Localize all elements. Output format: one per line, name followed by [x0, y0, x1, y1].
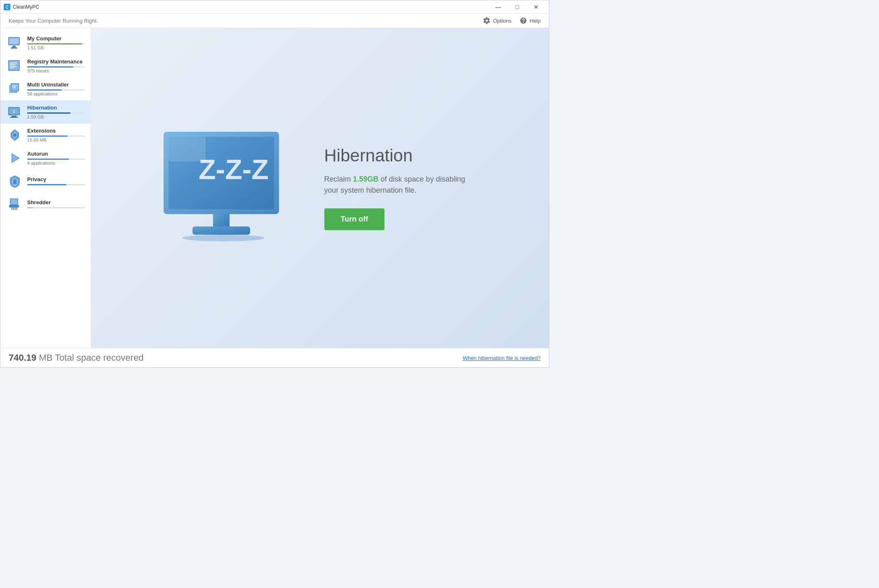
svg-text:z: z [13, 109, 15, 114]
maximize-button[interactable]: □ [508, 0, 527, 14]
svg-point-23 [13, 133, 16, 137]
window-controls: — □ ✕ [489, 0, 546, 14]
svg-rect-39 [213, 214, 230, 226]
sidebar-item-registry[interactable]: Registry Maintenance 375 issues [0, 54, 91, 77]
title-bar: C CleanMyPC — □ ✕ [0, 0, 549, 14]
turn-off-button[interactable]: Turn off [324, 208, 385, 230]
my-computer-bar-container [27, 43, 85, 44]
my-computer-sub: 1.51 GB [27, 45, 85, 50]
uninstaller-icon [7, 82, 22, 96]
registry-label: Registry Maintenance [27, 58, 85, 65]
autorun-icon [7, 151, 22, 166]
options-button[interactable]: Options [483, 17, 511, 24]
registry-icon [7, 58, 22, 73]
hibernation-sub: 1.59 GB [27, 114, 85, 119]
header: Keeps Your Computer Running Right. Optio… [0, 14, 549, 28]
sidebar-item-privacy[interactable]: Privacy [0, 170, 91, 193]
sidebar-item-shredder[interactable]: Shredder [0, 193, 91, 216]
autorun-label: Autorun [27, 151, 85, 157]
close-button[interactable]: ✕ [527, 0, 546, 14]
sidebar-text-uninstaller: Multi Uninstaller 56 applications [27, 82, 85, 96]
hibernation-help-link[interactable]: When hibernation file is needed? [463, 355, 541, 361]
shredder-bar [27, 207, 33, 208]
svg-point-41 [182, 235, 265, 241]
sidebar-text-extensions: Extensions 15.65 MB [27, 128, 85, 142]
info-panel: Hibernation Reclaim 1.59GB of disk space… [324, 146, 481, 230]
svg-text:Z-Z-Z: Z-Z-Z [199, 154, 269, 185]
sidebar-text-hibernation: Hibernation 1.59 GB [27, 105, 85, 119]
sidebar-text-autorun: Autorun 4 applications [27, 151, 85, 166]
my-computer-icon [7, 35, 22, 50]
content-area: Z-Z-Z Hibernation Reclaim 1.59GB of disk… [91, 28, 549, 348]
sidebar-text-shredder: Shredder [27, 199, 85, 209]
tagline: Keeps Your Computer Running Right. [9, 18, 98, 24]
uninstaller-sub: 56 applications [27, 91, 85, 96]
extensions-sub: 15.65 MB [27, 138, 85, 142]
sidebar-item-extensions[interactable]: Extensions 15.65 MB [0, 124, 91, 147]
extensions-label: Extensions [27, 128, 85, 134]
sidebar-item-my-computer[interactable]: My Computer 1.51 GB [0, 31, 91, 54]
registry-bar [27, 66, 73, 68]
extensions-bar-container [27, 135, 85, 137]
footer-total: 740.19 MB Total space recovered [9, 352, 143, 363]
help-button[interactable]: Help [520, 17, 541, 24]
svg-rect-40 [192, 226, 250, 235]
svg-rect-5 [11, 47, 17, 49]
privacy-bar-container [27, 184, 85, 185]
shredder-label: Shredder [27, 199, 85, 205]
svg-rect-31 [12, 208, 12, 210]
svg-rect-10 [10, 64, 16, 65]
svg-rect-21 [12, 116, 16, 117]
sidebar-item-hibernation[interactable]: z Hibernation 1.59 GB [0, 100, 91, 124]
uninstaller-bar [27, 89, 62, 91]
svg-rect-32 [13, 208, 14, 210]
desc-prefix: Reclaim [324, 175, 353, 183]
sidebar-item-autorun[interactable]: Autorun 4 applications [0, 147, 91, 170]
help-label: Help [530, 18, 541, 24]
uninstaller-label: Multi Uninstaller [27, 82, 85, 88]
content-title: Hibernation [324, 146, 481, 166]
svg-rect-34 [16, 208, 17, 210]
gear-icon [483, 17, 490, 24]
privacy-icon [7, 174, 22, 189]
autorun-sub: 4 applications [27, 161, 85, 166]
monitor-svg: Z-Z-Z [159, 126, 291, 249]
svg-rect-3 [9, 38, 19, 44]
header-actions: Options Help [483, 17, 541, 24]
app-icon: C [4, 4, 10, 10]
footer: 740.19 MB Total space recovered When hib… [0, 348, 549, 367]
content-description: Reclaim 1.59GB of disk space by disablin… [324, 174, 481, 196]
svg-rect-30 [9, 205, 19, 208]
monitor-illustration: Z-Z-Z [159, 126, 291, 251]
hibernation-label: Hibernation [27, 105, 85, 111]
svg-rect-16 [12, 86, 16, 86]
sidebar-item-uninstaller[interactable]: Multi Uninstaller 56 applications [0, 77, 91, 100]
svg-rect-8 [9, 61, 19, 70]
svg-rect-9 [10, 63, 17, 63]
desc-highlight: 1.59GB [353, 175, 379, 183]
shredder-bar-container [27, 207, 85, 208]
privacy-bar [27, 184, 66, 185]
title-bar-left: C CleanMyPC [4, 4, 39, 10]
registry-bar-container [27, 66, 85, 68]
privacy-label: Privacy [27, 176, 85, 182]
content-inner: Z-Z-Z Hibernation Reclaim 1.59GB of disk… [143, 109, 497, 267]
svg-rect-17 [12, 87, 16, 88]
minimize-button[interactable]: — [489, 0, 508, 14]
my-computer-bar [27, 43, 82, 44]
shredder-icon [7, 197, 22, 212]
footer-label: MB Total space recovered [39, 352, 143, 363]
svg-rect-4 [12, 46, 16, 47]
footer-number: 740.19 [9, 352, 36, 363]
svg-text:C: C [5, 5, 8, 9]
svg-rect-22 [10, 117, 18, 118]
registry-sub: 375 issues [27, 68, 85, 73]
svg-rect-12 [10, 68, 14, 68]
my-computer-label: My Computer [27, 35, 85, 42]
sidebar-text-my-computer: My Computer 1.51 GB [27, 35, 85, 50]
extensions-icon [7, 128, 22, 142]
options-label: Options [493, 18, 511, 24]
hibernation-bar-container [27, 112, 85, 114]
uninstaller-bar-container [27, 89, 85, 91]
sidebar: My Computer 1.51 GB Registr [0, 28, 91, 348]
